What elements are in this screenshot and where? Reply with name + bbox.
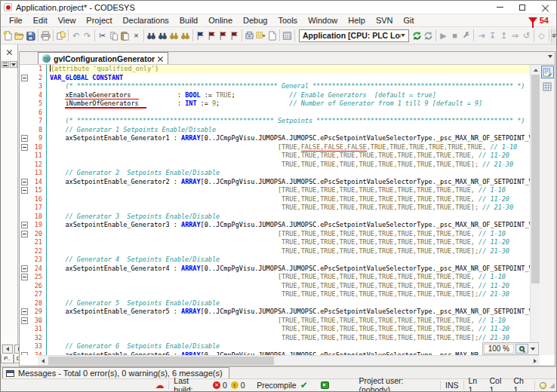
code-line-26[interactable]: 26 TRUE,TRUE,TRUE,TRUE,TRUE,TRUE,TRUE,TR… [20, 282, 530, 291]
code-line-12[interactable]: 12 TRUE,TRUE,TRUE,TRUE,TRUE,TRUE,TRUE,TR… [20, 161, 530, 170]
zoom-level[interactable]: 100 % [484, 344, 514, 354]
dock-tabs-scroll-left-button[interactable] [2, 345, 13, 354]
replace-in-project-button[interactable] [180, 29, 191, 43]
grid-dropdown-button[interactable] [255, 29, 266, 43]
code-line-33[interactable]: 33 // Generator 6 Setpoints Enable/Disab… [20, 342, 530, 351]
fold-collapse-icon[interactable] [21, 75, 28, 81]
editor-tab-gvlconfigurationgenerator[interactable]: gvlConfigurationGenerator [38, 52, 168, 64]
fold-collapse-icon[interactable] [21, 231, 28, 237]
zoom-button[interactable] [515, 344, 528, 354]
menu-item-project[interactable]: Project [81, 15, 117, 26]
menu-item-window[interactable]: Window [303, 15, 343, 26]
reset-button[interactable]: ↺ [521, 29, 532, 43]
run-to-line-button[interactable]: ⇒ [509, 29, 521, 43]
new-object-button[interactable] [266, 29, 278, 43]
dock-pin-dropdown-button[interactable] [10, 61, 17, 68]
vertical-scrollbar-thumb[interactable] [531, 75, 540, 283]
fold-collapse-icon[interactable] [21, 317, 28, 324]
menu-item-tools[interactable]: Tools [272, 15, 303, 26]
fold-collapse-icon[interactable] [21, 135, 28, 142]
logout-button[interactable] [423, 29, 434, 43]
vertical-scrollbar[interactable] [530, 65, 540, 355]
code-line-29[interactable]: 29 axSetpointEnable_Generator5 : ARRAY[0… [20, 308, 530, 317]
undo-button[interactable]: ↶ [70, 29, 82, 43]
menu-item-help[interactable]: Help [343, 15, 371, 26]
bookmark-prev-button[interactable] [206, 29, 217, 43]
code-line-24[interactable]: 24 axSetpointEnable_Generator4 : ARRAY[0… [20, 265, 530, 274]
code-line-25[interactable]: 25 [TRUE,TRUE,TRUE,TRUE,TRUE,TRUE,TRUE,T… [20, 273, 530, 282]
print-button[interactable] [40, 29, 51, 43]
code-line-28[interactable]: 28 // Generator 5 Setpoints Enable/Disab… [20, 299, 530, 308]
menu-item-declarations[interactable]: Declarations [118, 15, 174, 26]
code-line-23[interactable]: 23 // Generator 4 Setpoints Enable/Disab… [20, 256, 530, 265]
bookmark-toggle-button[interactable] [195, 29, 206, 43]
code-line-9[interactable]: 9 axSetpointEnable_Generator1 : ARRAY[0.… [20, 134, 530, 143]
code-line-2[interactable]: 2VAR_GLOBAL CONSTANT [20, 74, 530, 83]
code-line-18[interactable]: 18 // Generator 3 Setpoints Enable/Disab… [20, 213, 530, 222]
open-project-button[interactable] [14, 29, 25, 43]
calendar-button[interactable] [282, 29, 293, 43]
code-editor[interactable]: 1{attribute 'qualified_only'}2VAR_GLOBAL… [20, 65, 530, 355]
menu-item-svn[interactable]: SVN [371, 15, 399, 26]
tab-close-icon[interactable] [158, 56, 163, 61]
start-button[interactable]: ▶ [438, 29, 449, 43]
minimize-button[interactable] [488, 1, 511, 14]
fold-collapse-icon[interactable] [21, 352, 28, 355]
menu-item-git[interactable]: Git [399, 15, 420, 26]
code-line-21[interactable]: 21 TRUE,TRUE,TRUE,TRUE,TRUE,TRUE,TRUE,TR… [20, 238, 530, 247]
code-line-15[interactable]: 15 [TRUE,TRUE,TRUE,TRUE,TRUE,TRUE,TRUE,T… [20, 186, 530, 195]
code-line-8[interactable]: 8 // Generator 1 Setpoints Enable/Disabl… [20, 126, 530, 135]
code-line-10[interactable]: 10 [TRUE,FALSE,FALSE,FALSE,TRUE,TRUE,TRU… [20, 143, 530, 152]
code-line-32[interactable]: 32 TRUE,TRUE,TRUE,TRUE,TRUE,TRUE,TRUE,TR… [20, 334, 530, 343]
code-line-14[interactable]: 14 axSetpointEnable_Generator2 : ARRAY[0… [20, 178, 530, 187]
step-out-button[interactable]: ↥ [498, 29, 509, 43]
breakpoints-button[interactable] [460, 29, 472, 43]
project-user[interactable]: Project user: (nobody) [359, 376, 436, 392]
maximize-button[interactable] [511, 1, 534, 14]
code-line-5[interactable]: 5 iNumberOfGenerators : INT := 9; // Num… [20, 100, 530, 109]
textual-view-button[interactable] [541, 66, 554, 78]
bookmark-next-button[interactable] [217, 29, 229, 43]
code-line-7[interactable]: 7 (* ***********************************… [20, 117, 530, 126]
dock-menu-button[interactable] [2, 61, 9, 68]
insert-mode[interactable]: INS [445, 381, 459, 390]
code-line-13[interactable]: 13 // Generator 2 Setpoints Enable/Disab… [20, 169, 530, 178]
dock-tab-p[interactable]: P.. [1, 354, 14, 363]
save-button[interactable] [25, 29, 36, 43]
dock-close-button[interactable] [5, 47, 14, 56]
step-into-button[interactable]: ↧ [487, 29, 498, 43]
fold-collapse-icon[interactable] [21, 222, 28, 228]
menu-item-view[interactable]: View [53, 15, 82, 26]
scroll-right-button[interactable] [530, 356, 540, 366]
login-button[interactable] [411, 29, 423, 43]
code-line-27[interactable]: 27 TRUE,TRUE,TRUE,TRUE,TRUE,TRUE,TRUE,TR… [20, 290, 530, 299]
code-line-3[interactable]: 3 (* ***********************************… [20, 82, 530, 91]
code-line-19[interactable]: 19 axSetpointEnable_Generator3 : ARRAY[0… [20, 221, 530, 230]
bookmark-clear-button[interactable] [229, 29, 240, 43]
code-line-1[interactable]: 1{attribute 'qualified_only'} [20, 65, 530, 74]
horizontal-scrollbar[interactable] [38, 355, 540, 366]
menu-item-file[interactable]: File [4, 15, 28, 26]
tabular-view-button[interactable] [541, 80, 554, 93]
alarm-count[interactable]: 54 [540, 16, 549, 25]
fold-collapse-icon[interactable] [21, 179, 28, 185]
fold-collapse-icon[interactable] [21, 187, 28, 194]
code-line-16[interactable]: 16 TRUE,TRUE,TRUE,TRUE,TRUE,TRUE,TRUE,TR… [20, 195, 530, 204]
replace-button[interactable] [157, 29, 168, 43]
copy-special-button[interactable] [55, 29, 66, 43]
find-button[interactable] [146, 29, 157, 43]
paste-button[interactable] [119, 29, 131, 43]
fold-collapse-icon[interactable] [21, 274, 28, 280]
active-application-combo[interactable]: Application [CPU: PLC Logic] [299, 29, 409, 42]
step-over-button[interactable]: ⇥ [475, 29, 487, 43]
new-file-button[interactable] [2, 29, 14, 43]
cut-button[interactable]: ✂ [97, 29, 108, 43]
menu-item-build[interactable]: Build [174, 15, 203, 26]
code-line-30[interactable]: 30 [TRUE,TRUE,TRUE,TRUE,TRUE,TRUE,TRUE,T… [20, 317, 530, 326]
menu-item-debug[interactable]: Debug [238, 15, 272, 26]
copy-button[interactable] [108, 29, 119, 43]
resize-grip[interactable]: ◢ [549, 381, 555, 389]
flow-control-button[interactable]: ◇ [536, 29, 547, 43]
scroll-left-button[interactable] [38, 356, 48, 366]
delete-button[interactable]: × [131, 29, 142, 43]
